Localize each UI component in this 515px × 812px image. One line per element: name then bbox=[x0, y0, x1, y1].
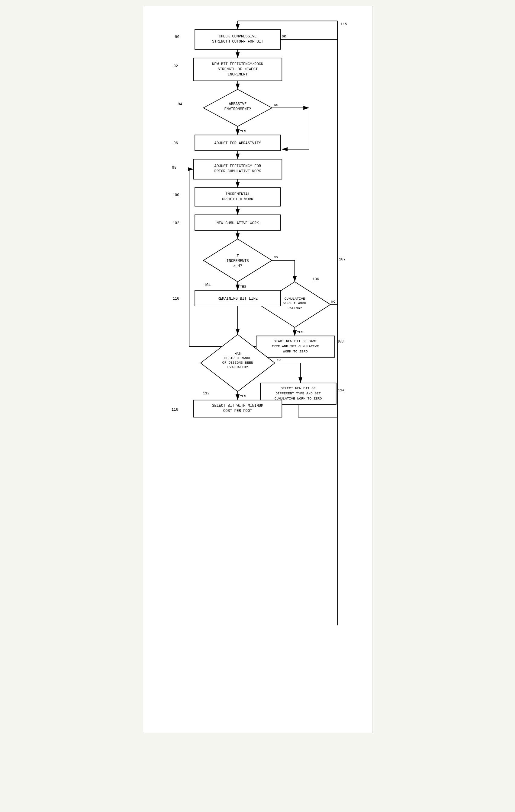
flowchart: 115 90 CHECK COMPRESSIVE STRENGTH CUTOFF… bbox=[149, 12, 366, 727]
no-label-94: NO bbox=[274, 103, 278, 107]
node-92-text2: STRENGTH OF NEWEST bbox=[217, 67, 258, 71]
yes-label-104: YES bbox=[240, 285, 246, 288]
node-90-text1: CHECK COMPRESSIVE bbox=[219, 34, 256, 39]
no-label-104: NO bbox=[273, 256, 278, 259]
yes-label-94: YES bbox=[240, 129, 246, 133]
label-102: 102 bbox=[172, 221, 179, 225]
label-114: 114 bbox=[338, 388, 344, 393]
ok-label: OK bbox=[282, 35, 286, 38]
label-98: 98 bbox=[172, 166, 177, 170]
label-107: 107 bbox=[339, 257, 346, 262]
label-108: 108 bbox=[337, 340, 344, 344]
node-98-text1: ADJUST EFFICIENCY FOR bbox=[214, 164, 261, 168]
node-98-text2: PRIOR CUMULATIVE WORK bbox=[214, 169, 261, 174]
diagram-container: 115 90 CHECK COMPRESSIVE STRENGTH CUTOFF… bbox=[143, 6, 373, 733]
node-102-text: NEW CUMULATIVE WORK bbox=[216, 221, 259, 225]
no-label-106: NO bbox=[331, 300, 335, 303]
node-92-text1: NEW BIT EFFICIENCY/ROCK bbox=[212, 62, 263, 66]
node-106-text2: WORK ≥ WORK bbox=[283, 301, 306, 305]
node-110-text: REMAINING BIT LIFE bbox=[217, 297, 258, 301]
node-116-text2: COST PER FOOT bbox=[223, 409, 252, 413]
label-112: 112 bbox=[203, 392, 209, 396]
flowchart-svg: 115 90 CHECK COMPRESSIVE STRENGTH CUTOFF… bbox=[149, 12, 366, 725]
node-112-text1: HAS bbox=[235, 352, 241, 355]
label-116: 116 bbox=[171, 408, 178, 412]
label-115: 115 bbox=[340, 22, 347, 27]
label-96: 96 bbox=[173, 141, 178, 145]
node-92-text3: INCREMENT bbox=[227, 72, 247, 77]
label-104: 104 bbox=[204, 283, 211, 287]
node-104-text2: ≥ H? bbox=[233, 264, 242, 268]
node-108-text1: START NEW BIT OF SAME bbox=[274, 340, 317, 343]
label-106: 106 bbox=[312, 277, 319, 282]
node-114-text1: SELECT NEW BIT OF bbox=[280, 386, 316, 390]
node-94-text1: ABRASIVE bbox=[229, 102, 246, 106]
label-110: 110 bbox=[172, 297, 179, 301]
node-100-text2: PREDICTED WORK bbox=[222, 197, 253, 202]
node-106-text3: RATING? bbox=[288, 306, 302, 310]
yes-label-106: YES bbox=[297, 330, 303, 334]
label-100: 100 bbox=[172, 193, 179, 197]
node-104-text0: Σ bbox=[236, 254, 239, 258]
yes-label-112: YES bbox=[240, 395, 246, 398]
node-112-text3: OF DESIGNS BEEN bbox=[222, 361, 253, 365]
node-114-text2: DIFFERENT TYPE AND SET bbox=[275, 392, 321, 395]
node-112-text2: DESIRED RANGE bbox=[224, 356, 251, 360]
node-116-text1: SELECT BIT WITH MINIMUM bbox=[212, 404, 263, 408]
node-108-text2: TYPE AND SET CUMULATIVE bbox=[272, 345, 319, 348]
node-94-text2: ENVIRONMENT? bbox=[224, 107, 251, 111]
label-90: 90 bbox=[175, 35, 180, 39]
label-94: 94 bbox=[178, 102, 182, 107]
node-112-text4: EVALUATED? bbox=[227, 366, 248, 369]
label-92: 92 bbox=[173, 64, 178, 68]
node-108-text3: WORK TO ZERO bbox=[283, 350, 307, 353]
node-100-text1: INCREMENTAL bbox=[225, 192, 250, 197]
node-90-text2: STRENGTH CUTOFF FOR BIT bbox=[212, 39, 263, 44]
node-104-text1: INCREMENTS bbox=[226, 259, 249, 263]
node-96-text: ADJUST FOR ABRASIVITY bbox=[214, 141, 261, 145]
no-label-112: NO bbox=[276, 358, 280, 362]
node-106-text1: CUMULATIVE bbox=[284, 297, 305, 300]
